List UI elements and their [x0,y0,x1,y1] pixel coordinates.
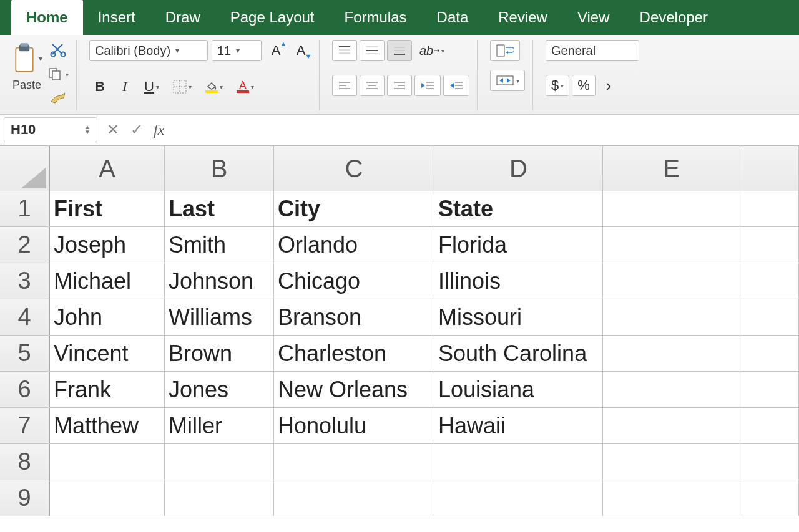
increase-indent-button[interactable] [443,75,469,96]
cell[interactable]: Last [165,191,274,226]
col-header-a[interactable]: A [50,146,165,191]
col-header-b[interactable]: B [165,146,274,191]
align-center-button[interactable] [360,75,385,96]
cell[interactable]: Jones [165,372,274,407]
cell[interactable] [603,227,740,263]
format-painter-button[interactable] [47,90,69,109]
percent-button[interactable]: % [572,75,596,96]
orientation-button[interactable]: ab↗ ▾ [414,40,449,61]
chevron-down-icon[interactable]: ▾ [156,84,159,90]
col-header-f[interactable] [740,146,799,191]
tab-insert[interactable]: Insert [83,0,150,35]
row-header[interactable]: 9 [0,480,50,516]
cell[interactable]: John [50,299,165,335]
row-header[interactable]: 7 [0,408,50,443]
cell[interactable]: Florida [434,227,603,263]
accept-formula-button[interactable]: ✓ [125,117,149,142]
cell[interactable] [434,480,603,516]
cell[interactable]: City [274,191,434,226]
italic-button[interactable]: I [114,76,135,97]
cell[interactable]: Matthew [50,408,165,443]
shrink-font-button[interactable]: A▼ [290,40,311,61]
row-header[interactable]: 6 [0,372,50,407]
align-bottom-button[interactable] [387,40,412,61]
borders-button[interactable]: ▾ [168,76,197,97]
copy-button[interactable]: ▾ [47,65,69,84]
cell[interactable] [603,263,740,299]
row-header[interactable]: 1 [0,191,50,226]
paste-button[interactable]: ▾ [11,40,42,77]
cell[interactable] [603,336,740,371]
cell[interactable]: Orlando [274,227,434,263]
row-header[interactable]: 4 [0,299,50,335]
cell[interactable] [603,444,740,480]
tab-data[interactable]: Data [422,0,484,35]
chevron-down-icon[interactable]: ▾ [441,47,444,54]
row-header[interactable]: 3 [0,263,50,299]
cell[interactable] [165,444,274,480]
align-middle-button[interactable] [360,40,385,61]
cell[interactable] [740,191,799,226]
chevron-down-icon[interactable]: ▾ [236,46,240,55]
comma-style-button[interactable]: › [598,75,619,96]
col-header-d[interactable]: D [434,146,603,191]
wrap-text-button[interactable] [490,40,520,61]
chevron-down-icon[interactable]: ▾ [220,84,223,90]
tab-home[interactable]: Home [11,0,83,35]
cell[interactable]: Charleston [274,336,434,371]
cell[interactable] [603,191,740,226]
tab-draw[interactable]: Draw [150,0,215,35]
cell[interactable]: State [434,191,603,226]
align-left-button[interactable] [332,75,357,96]
row-header[interactable]: 5 [0,336,50,371]
chevron-down-icon[interactable]: ▾ [251,84,254,90]
cell[interactable]: Miller [165,408,274,443]
align-right-button[interactable] [387,75,412,96]
cell[interactable] [434,444,603,480]
chevron-down-icon[interactable]: ▾ [39,54,42,63]
cell[interactable] [50,444,165,480]
cell[interactable] [740,372,799,407]
merge-button[interactable]: ▾ [490,70,525,91]
align-top-button[interactable] [332,40,357,61]
cell[interactable]: Missouri [434,299,603,335]
cell[interactable] [740,480,799,516]
row-header[interactable]: 8 [0,444,50,480]
row-header[interactable]: 2 [0,227,50,263]
cell[interactable]: Branson [274,299,434,335]
cell[interactable]: Smith [165,227,274,263]
chevron-down-icon[interactable]: ▾ [516,77,519,84]
cell[interactable] [603,372,740,407]
col-header-c[interactable]: C [274,146,434,191]
tab-review[interactable]: Review [483,0,562,35]
cell[interactable] [740,299,799,335]
cut-button[interactable] [47,40,69,59]
cell[interactable]: Honolulu [274,408,434,443]
font-size-combo[interactable]: 11 ▾ [212,40,262,61]
select-all-corner[interactable] [0,146,50,191]
fill-color-button[interactable]: ▾ [200,76,228,97]
cell[interactable]: Brown [165,336,274,371]
fx-label[interactable]: fx [149,122,169,138]
name-box[interactable]: H10 ▲▼ [4,117,97,142]
grow-font-button[interactable]: A▲ [265,40,287,61]
cell[interactable]: Illinois [434,263,603,299]
cell[interactable] [165,480,274,516]
chevron-down-icon[interactable]: ▾ [66,71,69,78]
cell[interactable]: Johnson [165,263,274,299]
cell[interactable]: Michael [50,263,165,299]
cell[interactable]: Louisiana [434,372,603,407]
cell[interactable]: Vincent [50,336,165,371]
cell[interactable] [740,336,799,371]
cell[interactable] [740,408,799,443]
bold-button[interactable]: B [89,76,110,97]
cell[interactable]: First [50,191,165,226]
cell[interactable]: Hawaii [434,408,603,443]
spinner-icon[interactable]: ▲▼ [84,125,91,135]
cell[interactable] [274,480,434,516]
chevron-down-icon[interactable]: ▾ [561,82,564,89]
cell[interactable] [50,480,165,516]
cell[interactable]: Williams [165,299,274,335]
cell[interactable]: New Orleans [274,372,434,407]
tab-view[interactable]: View [562,0,625,35]
